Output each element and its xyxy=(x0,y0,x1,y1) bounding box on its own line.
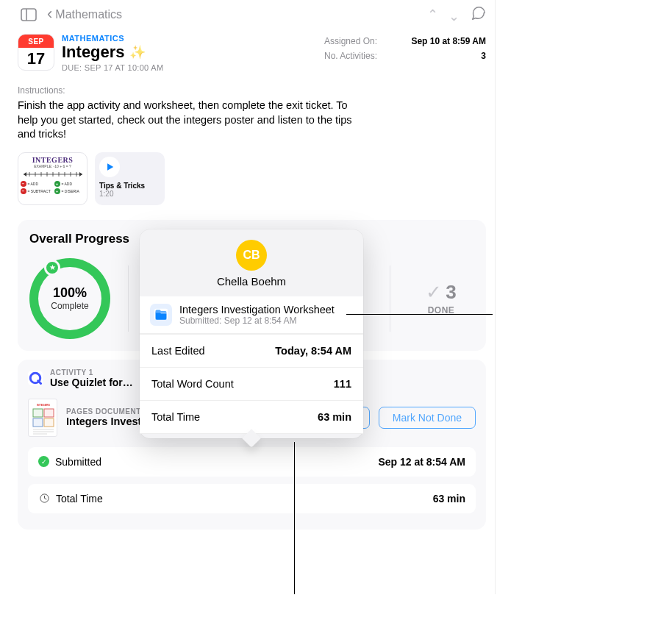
top-toolbar: ‹ Mathematics ⌃ ⌃ xyxy=(9,0,495,29)
popover-last-edited-label: Last Edited xyxy=(151,345,205,357)
calendar-day: 17 xyxy=(27,48,45,70)
assignment-header: SEP 17 MATHEMATICS Integers ✨ DUE: SEP 1… xyxy=(9,29,495,78)
instructions-text: Finish the app activity and worksheet, t… xyxy=(9,99,376,152)
instructions-label: Instructions: xyxy=(9,78,495,99)
activity-1-name: Use Quizlet for… xyxy=(50,377,133,388)
activities-count-label: No. Activities: xyxy=(324,51,377,61)
assignment-due: DUE: SEP 17 AT 10:00 AM xyxy=(62,63,317,72)
done-value: 3 xyxy=(446,281,456,304)
calendar-icon: SEP 17 xyxy=(18,34,54,71)
sidebar-toggle-icon[interactable] xyxy=(18,4,40,26)
doc-thumbnail-icon: INTEGERS xyxy=(28,399,57,437)
submitted-check-icon: ✓ xyxy=(38,456,49,467)
popover-word-count-value: 111 xyxy=(334,378,351,390)
progress-percent: 100% xyxy=(53,285,87,301)
attachments-row: INTEGERS EXAMPLE: -10 + 6 = ? −= ADD += … xyxy=(9,152,495,220)
assignment-category: MATHEMATICS xyxy=(62,34,317,43)
submitted-label: Submitted xyxy=(55,456,101,468)
attachment-audio[interactable]: Tips & Tricks 1:20 xyxy=(95,152,165,205)
play-icon xyxy=(99,157,120,177)
assignment-title: Integers ✨ xyxy=(62,43,317,62)
popover-word-count-label: Total Word Count xyxy=(151,378,234,390)
popover-last-edited-row: Last Edited Today, 8:54 AM xyxy=(140,335,363,368)
annotation-pointer-1 xyxy=(346,314,493,315)
audio-name: Tips & Tricks xyxy=(99,182,160,190)
files-folder-icon xyxy=(150,304,172,326)
svg-rect-16 xyxy=(33,409,43,417)
poster-rules-grid: −= ADD += ADD −= SUBTRACT += DISERIA xyxy=(21,181,85,194)
svg-marker-12 xyxy=(107,163,113,170)
submitted-value: Sep 12 at 8:54 AM xyxy=(378,456,465,468)
chat-icon[interactable] xyxy=(470,5,486,24)
activity-1-tag: ACTIVITY 1 xyxy=(50,368,133,377)
svg-rect-17 xyxy=(44,409,54,417)
assigned-on-value: Sep 10 at 8:59 AM xyxy=(411,36,486,46)
star-badge-icon: ★ xyxy=(44,260,60,276)
stat-done: ✓3 DONE xyxy=(408,281,474,316)
back-button[interactable]: ‹ Mathematics xyxy=(47,7,122,23)
attachment-poster[interactable]: INTEGERS EXAMPLE: -10 + 6 = ? −= ADD += … xyxy=(18,152,87,205)
total-time-label: Total Time xyxy=(56,493,103,505)
activities-count-value: 3 xyxy=(481,51,486,61)
assignment-meta: Assigned On: Sep 10 at 8:59 AM No. Activ… xyxy=(324,34,486,72)
popover-total-time-label: Total Time xyxy=(151,411,200,423)
audio-duration: 1:20 xyxy=(99,190,160,198)
app-screen: ‹ Mathematics ⌃ ⌃ SEP 17 MATHEMATICS Int… xyxy=(9,0,496,594)
svg-rect-18 xyxy=(33,418,43,427)
student-name: Chella Boehm xyxy=(140,275,363,288)
avatar-initials: CB xyxy=(236,240,267,271)
poster-numberline-icon xyxy=(22,170,84,179)
popover-word-count-row: Total Word Count 111 xyxy=(140,368,363,401)
quizlet-icon xyxy=(28,371,43,385)
student-detail-popover: CB Chella Boehm Integers Investigation W… xyxy=(140,229,363,438)
calendar-month: SEP xyxy=(18,35,54,48)
poster-example: EXAMPLE: -10 + 6 = ? xyxy=(34,164,71,168)
chevron-up-icon[interactable]: ⌃ xyxy=(427,7,438,23)
popover-doc-row[interactable]: Integers Investigation Worksheet Submitt… xyxy=(140,296,363,334)
sparkles-icon: ✨ xyxy=(129,44,146,60)
total-time-row: Total Time 63 min xyxy=(28,484,476,513)
progress-ring: 100% Complete ★ xyxy=(29,258,110,339)
assigned-on-label: Assigned On: xyxy=(324,36,377,46)
poster-title: INTEGERS xyxy=(32,156,74,164)
progress-percent-label: Complete xyxy=(51,301,88,311)
submitted-row: ✓ Submitted Sep 12 at 8:54 AM xyxy=(28,447,476,477)
popover-total-time-value: 63 min xyxy=(318,411,351,423)
back-label: Mathematics xyxy=(55,8,122,21)
clock-icon xyxy=(38,493,50,505)
svg-text:INTEGERS: INTEGERS xyxy=(37,404,51,407)
svg-rect-0 xyxy=(21,9,36,21)
popover-doc-subtitle: Submitted: Sep 12 at 8:54 AM xyxy=(179,316,335,326)
chevron-down-icon[interactable]: ⌃ xyxy=(448,7,460,24)
popover-doc-title: Integers Investigation Worksheet xyxy=(179,304,335,316)
annotation-pointer-2 xyxy=(294,442,295,594)
mark-not-done-button[interactable]: Mark Not Done xyxy=(379,407,476,429)
check-icon: ✓ xyxy=(426,281,442,304)
popover-last-edited-value: Today, 8:54 AM xyxy=(275,345,351,357)
svg-rect-19 xyxy=(44,418,54,427)
chevron-left-icon: ‹ xyxy=(47,6,52,22)
total-time-value: 63 min xyxy=(433,493,465,505)
